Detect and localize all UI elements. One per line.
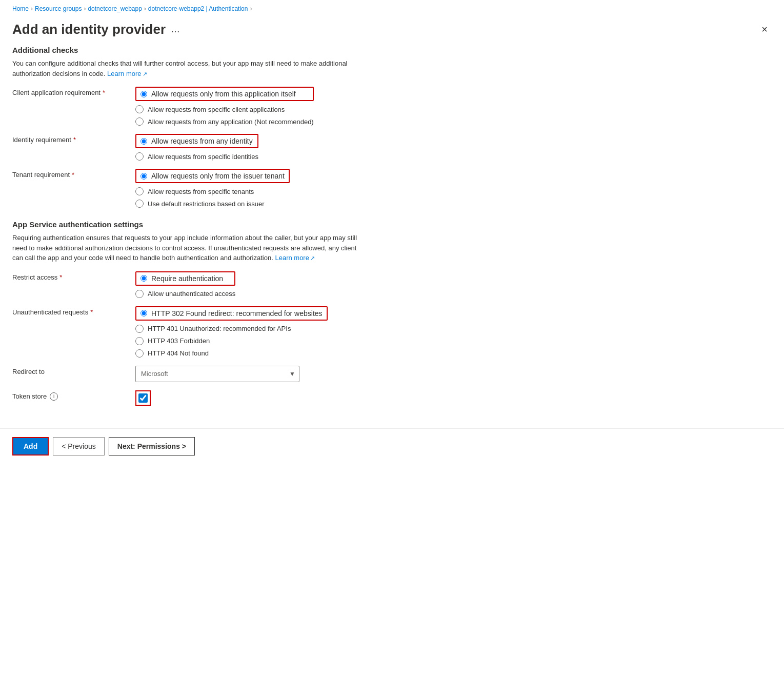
client-app-req-radio-2[interactable] (135, 105, 144, 113)
required-marker: * (73, 136, 76, 144)
tenant-req-label: Tenant requirement * (12, 169, 135, 179)
unauth-requests-label-1: HTTP 302 Found redirect: recommended for… (151, 309, 323, 318)
identity-req-radio-2[interactable] (135, 152, 144, 161)
identity-req-label: Identity requirement * (12, 134, 135, 144)
footer-buttons: Add < Previous Next: Permissions > (0, 428, 784, 464)
next-button[interactable]: Next: Permissions > (109, 437, 195, 456)
client-app-req-option-1[interactable]: Allow requests only from this applicatio… (135, 87, 314, 101)
required-marker: * (59, 273, 62, 281)
restrict-access-options: Require authentication Allow unauthentic… (135, 271, 235, 298)
tenant-req-label-1: Allow requests only from the issuer tena… (151, 172, 285, 180)
client-app-req-option-2[interactable]: Allow requests from specific client appl… (135, 105, 314, 113)
restrict-access-label: Restrict access * (12, 271, 135, 281)
client-app-req-row: Client application requirement * Allow r… (12, 87, 449, 126)
restrict-access-option-2[interactable]: Allow unauthenticated access (135, 290, 235, 298)
previous-button[interactable]: < Previous (53, 437, 105, 456)
identity-req-option-2[interactable]: Allow requests from specific identities (135, 152, 258, 161)
client-app-req-option-3[interactable]: Allow requests from any application (Not… (135, 117, 314, 126)
tenant-req-option-3[interactable]: Use default restrictions based on issuer (135, 200, 290, 208)
tenant-req-option-2[interactable]: Allow requests from specific tenants (135, 187, 290, 195)
unauth-requests-option-4[interactable]: HTTP 404 Not found (135, 349, 328, 358)
redirect-to-row: Redirect to Microsoft ▼ (12, 366, 449, 382)
redirect-to-select[interactable]: Microsoft (135, 366, 299, 382)
additional-checks-desc: You can configure additional checks that… (12, 58, 449, 78)
tenant-req-option-1[interactable]: Allow requests only from the issuer tena… (135, 169, 290, 183)
identity-req-label-2: Allow requests from specific identities (148, 153, 258, 161)
additional-checks-desc-text2: authorization decisions in code. (12, 70, 105, 77)
app-service-auth-learn-more[interactable]: Learn more↗ (275, 254, 314, 262)
unauth-requests-radio-1[interactable] (140, 310, 147, 316)
token-store-checkbox[interactable] (138, 393, 148, 403)
identity-req-option-1[interactable]: Allow requests from any identity (135, 134, 258, 148)
breadcrumb: Home › Resource groups › dotnetcore_weba… (0, 0, 784, 17)
unauth-requests-label-4: HTTP 404 Not found (148, 349, 209, 357)
breadcrumb-dotnetcore-webapp[interactable]: dotnetcore_webapp (88, 5, 142, 12)
unauth-requests-option-3[interactable]: HTTP 403 Forbidden (135, 337, 328, 345)
restrict-access-row: Restrict access * Require authentication… (12, 271, 449, 298)
unauth-requests-row: Unauthenticated requests * HTTP 302 Foun… (12, 306, 449, 358)
page-header: Add an identity provider … × (0, 17, 784, 46)
client-app-req-options: Allow requests only from this applicatio… (135, 87, 314, 126)
token-store-row: Token store i (12, 390, 449, 406)
client-app-req-label: Client application requirement * (12, 87, 135, 96)
page-title: Add an identity provider (12, 22, 166, 37)
unauth-requests-options: HTTP 302 Found redirect: recommended for… (135, 306, 328, 358)
identity-req-options: Allow requests from any identity Allow r… (135, 134, 258, 161)
restrict-access-radio-2[interactable] (135, 290, 144, 298)
breadcrumb-resource-groups[interactable]: Resource groups (35, 5, 82, 12)
restrict-access-label-1: Require authentication (151, 274, 223, 283)
unauth-requests-radio-2[interactable] (135, 325, 144, 333)
more-options-icon[interactable]: … (171, 24, 180, 35)
redirect-to-label: Redirect to (12, 366, 135, 375)
app-service-auth-desc-2: need to make additional authorization de… (12, 244, 356, 252)
required-marker: * (90, 308, 93, 316)
unauth-requests-option-2[interactable]: HTTP 401 Unauthorized: recommended for A… (135, 325, 328, 333)
restrict-access-radio-1[interactable] (140, 275, 147, 282)
redirect-to-dropdown-wrapper: Microsoft ▼ (135, 366, 299, 382)
tenant-req-radio-1[interactable] (140, 173, 147, 180)
tenant-req-radio-3[interactable] (135, 200, 144, 208)
required-marker: * (103, 89, 105, 96)
tenant-req-radio-2[interactable] (135, 187, 144, 195)
app-service-auth-title: App Service authentication settings (12, 220, 449, 229)
identity-req-label-1: Allow requests from any identity (151, 137, 253, 145)
identity-req-row: Identity requirement * Allow requests fr… (12, 134, 449, 161)
close-button[interactable]: × (757, 22, 772, 37)
app-service-auth-desc: Requiring authentication ensures that re… (12, 233, 449, 263)
required-marker: * (72, 171, 74, 179)
unauth-requests-label-2: HTTP 401 Unauthorized: recommended for A… (148, 325, 291, 332)
client-app-req-label-3: Allow requests from any application (Not… (148, 118, 314, 126)
identity-req-radio-1[interactable] (140, 138, 147, 145)
additional-checks-desc-text1: You can configure additional checks that… (12, 60, 348, 67)
app-service-auth-desc-3: can call the app and your code will need… (12, 254, 273, 262)
breadcrumb-home[interactable]: Home (12, 5, 29, 12)
unauth-requests-label-3: HTTP 403 Forbidden (148, 337, 210, 345)
additional-checks-learn-more[interactable]: Learn more↗ (107, 70, 147, 77)
token-store-label: Token store i (12, 390, 135, 401)
unauth-requests-radio-3[interactable] (135, 337, 144, 345)
restrict-access-label-2: Allow unauthenticated access (148, 290, 235, 298)
unauth-requests-label: Unauthenticated requests * (12, 306, 135, 316)
client-app-req-label-1: Allow requests only from this applicatio… (151, 90, 296, 98)
add-button[interactable]: Add (12, 437, 49, 456)
tenant-req-label-2: Allow requests from specific tenants (148, 188, 254, 195)
token-store-info-icon[interactable]: i (50, 392, 58, 401)
tenant-req-row: Tenant requirement * Allow requests only… (12, 169, 449, 208)
unauth-requests-option-1[interactable]: HTTP 302 Found redirect: recommended for… (135, 306, 328, 321)
tenant-req-label-3: Use default restrictions based on issuer (148, 200, 265, 208)
app-service-auth-desc-1: Requiring authentication ensures that re… (12, 234, 357, 242)
breadcrumb-auth[interactable]: dotnetcore-webapp2 | Authentication (148, 5, 248, 12)
client-app-req-label-2: Allow requests from specific client appl… (148, 106, 285, 113)
client-app-req-radio-3[interactable] (135, 117, 144, 126)
main-content: Additional checks You can configure addi… (0, 46, 461, 424)
restrict-access-option-1[interactable]: Require authentication (135, 271, 235, 286)
additional-checks-title: Additional checks (12, 46, 449, 54)
tenant-req-options: Allow requests only from the issuer tena… (135, 169, 290, 208)
client-app-req-radio-1[interactable] (140, 91, 147, 97)
token-store-checkbox-wrapper[interactable] (135, 390, 151, 406)
unauth-requests-radio-4[interactable] (135, 349, 144, 358)
